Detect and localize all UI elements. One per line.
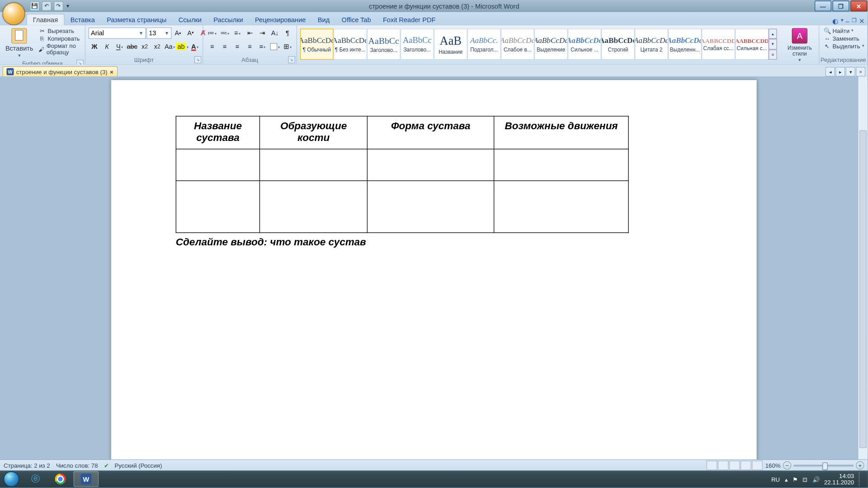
app-min-icon[interactable]: – — [845, 17, 849, 25]
table-row[interactable]: Название сустава Образующие кости Форма … — [176, 116, 628, 149]
paste-button[interactable]: Вставить ▼ — [3, 27, 36, 58]
zoom-slider-thumb[interactable] — [822, 462, 828, 470]
style-subtitle[interactable]: AaBbCc.Подзагол... — [467, 28, 501, 60]
font-size-combo[interactable]: 13▼ — [146, 27, 172, 38]
show-desktop-button[interactable] — [859, 472, 864, 486]
align-right-button[interactable]: ≡ — [231, 41, 243, 52]
indent-dec-button[interactable]: ⇤ — [244, 27, 255, 38]
sort-button[interactable]: A↓ — [269, 27, 281, 38]
grow-font-button[interactable]: A▴ — [172, 27, 184, 38]
doctabs-menu-button[interactable]: ▾ — [846, 67, 855, 76]
highlight-button[interactable]: ab▾ — [176, 41, 188, 52]
doctabs-left-button[interactable]: ◂ — [826, 67, 835, 76]
gallery-up-button[interactable]: ▴ — [769, 28, 777, 39]
tab-office-tab[interactable]: Office Tab — [335, 14, 377, 25]
tab-references[interactable]: Ссылки — [172, 14, 208, 25]
qat-save-icon[interactable]: 💾 — [30, 1, 39, 11]
font-color-button[interactable]: A▾ — [189, 41, 201, 52]
align-left-button[interactable]: ≡ — [206, 41, 218, 52]
doctabs-right-button[interactable]: ▸ — [835, 67, 845, 76]
view-draft-button[interactable] — [752, 460, 763, 470]
cut-button[interactable]: ✂Вырезать — [38, 27, 82, 34]
italic-button[interactable]: К — [101, 41, 113, 52]
style-normal[interactable]: AaBbCcDd¶ Обычный — [300, 28, 334, 60]
status-page[interactable]: Страница: 2 из 2 — [4, 462, 50, 469]
tab-view[interactable]: Вид — [312, 14, 336, 25]
gallery-more-button[interactable]: ≡ — [769, 49, 777, 60]
qat-more-icon[interactable]: ▾ — [66, 2, 71, 10]
style-strong[interactable]: AaBbCcDdСтрогий — [601, 28, 635, 60]
table-row[interactable] — [176, 149, 628, 181]
conclusion-text[interactable]: Сделайте вывод: что такое сустав — [176, 237, 721, 249]
taskbar-ie-icon[interactable]: ⓔ — [24, 472, 47, 486]
view-print-layout-button[interactable] — [707, 460, 717, 470]
indent-inc-button[interactable]: ⇥ — [256, 27, 268, 38]
table-header[interactable]: Образующие кости — [260, 116, 368, 149]
tray-clock[interactable]: 14:03 22.11.2020 — [824, 473, 854, 486]
line-spacing-button[interactable]: ≡▾ — [256, 41, 268, 52]
table-header[interactable]: Название сустава — [176, 116, 259, 149]
maximize-button[interactable]: ❐ — [833, 0, 849, 11]
status-spell-icon[interactable]: ✔ — [104, 462, 109, 469]
view-fullscreen-button[interactable] — [718, 460, 729, 470]
style-intense-ref[interactable]: AABBCCDDСильная с... — [735, 28, 769, 60]
tray-lang[interactable]: RU — [771, 476, 780, 483]
bold-button[interactable]: Ж — [89, 41, 100, 52]
format-painter-button[interactable]: 🖌Формат по образцу — [38, 42, 82, 56]
style-intense-quote[interactable]: AaBbCcDdВыделенн... — [668, 28, 702, 60]
view-outline-button[interactable] — [741, 460, 752, 470]
app-restore-icon[interactable]: ❐ — [852, 17, 857, 25]
zoom-value[interactable]: 160% — [765, 462, 781, 469]
strike-button[interactable]: abc — [126, 41, 138, 52]
table-row[interactable] — [176, 181, 628, 233]
style-heading2[interactable]: AaBbCcЗаголово... — [401, 28, 434, 60]
close-button[interactable]: ✕ — [850, 0, 867, 11]
vertical-scrollbar[interactable] — [858, 76, 868, 460]
tab-insert[interactable]: Вставка — [65, 14, 101, 25]
qat-undo-icon[interactable]: ↶ — [42, 1, 52, 11]
tab-foxit[interactable]: Foxit Reader PDF — [377, 14, 442, 25]
change-case-button[interactable]: Aa▾ — [164, 41, 175, 52]
ribbon-min-icon[interactable]: ▾ — [841, 17, 843, 25]
zoom-out-button[interactable]: − — [783, 461, 792, 470]
show-marks-button[interactable]: ¶ — [282, 27, 293, 38]
view-web-button[interactable] — [729, 460, 740, 470]
subscript-button[interactable]: x2 — [139, 41, 151, 52]
style-title[interactable]: AaBНазвание — [434, 28, 467, 60]
gallery-down-button[interactable]: ▾ — [769, 39, 777, 49]
qat-redo-icon[interactable]: ↷ — [54, 1, 63, 11]
replace-button[interactable]: ↔Заменить — [822, 35, 865, 42]
content-table[interactable]: Название сустава Образующие кости Форма … — [176, 116, 629, 233]
tab-home[interactable]: Главная — [26, 14, 64, 25]
zoom-slider[interactable] — [794, 465, 854, 466]
copy-button[interactable]: ⎘Копировать — [38, 35, 82, 42]
tab-page-layout[interactable]: Разметка страницы — [101, 14, 172, 25]
shading-button[interactable]: ▾ — [269, 41, 281, 52]
styles-gallery[interactable]: AaBbCcDd¶ Обычный AaBbCcDd¶ Без инте... … — [300, 27, 782, 60]
select-button[interactable]: ↖Выделить ▾ — [822, 42, 865, 50]
taskbar-word-icon[interactable]: W — [74, 471, 99, 487]
status-lang[interactable]: Русский (Россия) — [115, 462, 162, 469]
borders-button[interactable]: ⊞▾ — [282, 41, 293, 52]
style-quote[interactable]: AaBbCcDdЦитата 2 — [635, 28, 668, 60]
paragraph-launcher[interactable]: ↘ — [288, 56, 295, 63]
scroll-thumb[interactable] — [859, 130, 867, 448]
underline-button[interactable]: Ч▾ — [113, 41, 125, 52]
font-name-combo[interactable]: Arial▼ — [89, 27, 146, 38]
tray-arrow-icon[interactable]: ▴ — [785, 476, 788, 483]
style-heading1[interactable]: AaBbCcЗаголово... — [367, 28, 401, 60]
help-icon[interactable]: ◐ — [832, 17, 838, 25]
align-justify-button[interactable]: ≡ — [244, 41, 255, 52]
style-intense-emph[interactable]: AaBbCcDdСильное ... — [568, 28, 601, 60]
style-emphasis[interactable]: AaBbCcDdВыделение — [534, 28, 568, 60]
align-center-button[interactable]: ≡ — [219, 41, 231, 52]
office-button[interactable] — [2, 2, 25, 25]
style-no-spacing[interactable]: AaBbCcDd¶ Без инте... — [334, 28, 367, 60]
superscript-button[interactable]: x2 — [151, 41, 163, 52]
minimize-button[interactable]: — — [815, 0, 831, 11]
tab-review[interactable]: Рецензирование — [249, 14, 312, 25]
bullets-button[interactable]: ≔▾ — [206, 27, 218, 38]
multilevel-button[interactable]: ≡▾ — [231, 27, 243, 38]
change-styles-button[interactable]: A Изменить стили ▼ — [783, 27, 816, 63]
doc-tab-close-icon[interactable]: × — [110, 68, 113, 75]
